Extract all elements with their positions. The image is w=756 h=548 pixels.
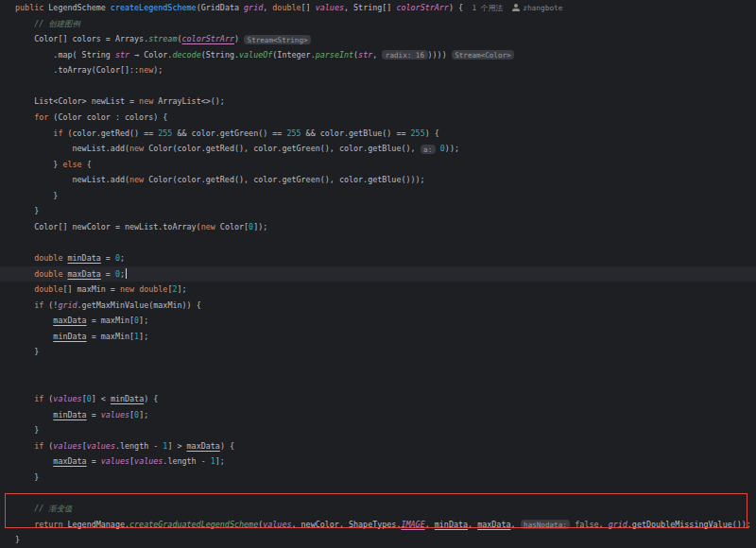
code-token: ) { bbox=[425, 128, 439, 138]
inlay-hint[interactable]: a: bbox=[421, 145, 436, 154]
code-line[interactable]: minData = maxMin[1]; bbox=[0, 329, 756, 345]
code-line[interactable]: Color[] colors = Arrays.stream(colorStrA… bbox=[0, 31, 756, 47]
code-token: Color(color.getRed(), color.getGreen(), … bbox=[144, 175, 425, 184]
code-line[interactable] bbox=[0, 376, 756, 392]
code-token: ]; bbox=[139, 410, 148, 420]
code-token bbox=[15, 394, 34, 403]
code-line[interactable]: // 渐变值 bbox=[0, 501, 756, 517]
code-line[interactable]: minData = values[0]; bbox=[0, 407, 756, 423]
code-line[interactable]: if (values[0] < minData) { bbox=[0, 391, 756, 407]
keyword-token: for bbox=[34, 112, 48, 122]
code-area[interactable]: public LegendScheme createLegendScheme(G… bbox=[0, 0, 756, 548]
code-token: (String. bbox=[201, 50, 239, 60]
code-token: = maxMin[ bbox=[87, 332, 134, 341]
code-line[interactable]: } bbox=[0, 203, 756, 219]
code-line[interactable]: if (values[values.length - 1] > maxData)… bbox=[0, 438, 756, 454]
usages-inlay-hint[interactable]: 1 个用法 bbox=[463, 4, 503, 12]
code-line[interactable]: } else { bbox=[0, 157, 756, 173]
author-inlay-hint[interactable]: zhangbote bbox=[523, 4, 562, 12]
code-token bbox=[15, 410, 53, 420]
code-token: .length - bbox=[163, 456, 210, 466]
code-line[interactable]: maxData = values[values.length - 1]; bbox=[0, 454, 756, 470]
code-token: { bbox=[82, 160, 92, 169]
code-token: Color[] newColor = newList.toArray( bbox=[15, 222, 201, 231]
code-line-current[interactable]: double maxData = 0; bbox=[0, 266, 756, 283]
code-line[interactable]: } bbox=[0, 470, 756, 486]
code-token bbox=[15, 284, 34, 294]
code-token: = bbox=[87, 456, 101, 466]
code-token: , String[] bbox=[344, 3, 396, 12]
parameter-token: str bbox=[358, 50, 372, 60]
code-token: (Integer. bbox=[272, 50, 315, 60]
code-line[interactable]: } bbox=[0, 344, 756, 360]
code-token bbox=[15, 520, 34, 529]
code-token: LegendManage. bbox=[62, 520, 129, 529]
code-line[interactable]: .map( String str → Color.decode(String.v… bbox=[0, 47, 756, 63]
code-token bbox=[15, 269, 34, 279]
code-line[interactable]: return LegendManage.createGraduatedLegen… bbox=[0, 517, 756, 533]
code-line[interactable]: if (!grid.getMaxMinValue(maxMin)) { bbox=[0, 298, 756, 314]
keyword-token: if bbox=[53, 128, 62, 138]
inlay-hint[interactable]: Stream<String> bbox=[244, 35, 311, 44]
code-line[interactable]: // 创建图例 bbox=[0, 16, 756, 32]
inlay-hint[interactable]: hasNodata: bbox=[521, 520, 571, 529]
code-token: ArrayList<>(); bbox=[153, 96, 225, 106]
keyword-token: if bbox=[34, 300, 43, 310]
code-line[interactable]: List<Color> newList = new ArrayList<>(); bbox=[0, 94, 756, 110]
variable-token: minData bbox=[53, 332, 86, 341]
variable-token: maxData bbox=[53, 316, 86, 325]
code-token: (color.getRed() == bbox=[62, 128, 158, 138]
code-token: ; bbox=[120, 269, 125, 279]
comment-token: // 渐变值 bbox=[15, 504, 72, 513]
number-token: 255 bbox=[158, 128, 172, 138]
parameter-token: values bbox=[53, 394, 81, 403]
code-token: } bbox=[15, 472, 39, 482]
code-line[interactable]: } bbox=[0, 188, 756, 204]
keyword-token: double bbox=[34, 284, 62, 294]
keyword-token: new bbox=[120, 284, 134, 294]
code-line[interactable]: for (Color color : colors) { bbox=[0, 110, 756, 126]
code-line[interactable]: } bbox=[0, 532, 756, 548]
parameter-token: grid bbox=[58, 300, 77, 310]
code-line[interactable]: maxData = maxMin[0]; bbox=[0, 313, 756, 329]
keyword-token: double bbox=[139, 284, 167, 294]
parameter-token: str bbox=[115, 50, 129, 60]
code-token: (! bbox=[43, 300, 58, 310]
code-line[interactable]: public LegendScheme createLegendScheme(G… bbox=[0, 0, 756, 16]
inlay-hint[interactable]: radix: 16 bbox=[382, 50, 427, 60]
code-token bbox=[15, 332, 53, 341]
code-line[interactable]: newList.add(new Color(color.getRed(), co… bbox=[0, 172, 756, 188]
static-call-token: parseInt bbox=[316, 50, 353, 60]
code-token: } bbox=[15, 535, 20, 544]
keyword-token: new bbox=[139, 65, 153, 75]
code-line[interactable]: newList.add(new Color(color.getRed(), co… bbox=[0, 141, 756, 157]
static-call-token: valueOf bbox=[239, 50, 272, 60]
code-line[interactable]: } bbox=[0, 422, 756, 438]
code-token: ] > bbox=[167, 441, 186, 451]
code-line[interactable]: double[] maxMin = new double[2]; bbox=[0, 282, 756, 298]
code-token: , bbox=[425, 520, 435, 529]
parameter-token: colorStrArr bbox=[396, 3, 448, 12]
code-line[interactable]: .toArray(Color[]::new); bbox=[0, 62, 756, 78]
code-editor[interactable]: public LegendScheme createLegendScheme(G… bbox=[0, 0, 756, 548]
code-line[interactable]: double minData = 0; bbox=[0, 250, 756, 266]
code-token: ]; bbox=[215, 456, 225, 466]
code-token: [] bbox=[301, 3, 316, 12]
code-token: ) bbox=[234, 34, 244, 43]
code-line[interactable]: if (color.getRed() == 255 && color.getGr… bbox=[0, 126, 756, 142]
parameter-token: values bbox=[53, 441, 81, 451]
code-token: ] < bbox=[92, 394, 111, 403]
code-token: newList.add( bbox=[15, 144, 129, 153]
static-call-token: createGraduatedLegendScheme bbox=[129, 520, 258, 529]
inlay-hint[interactable]: Stream<Color> bbox=[452, 50, 514, 60]
code-line[interactable] bbox=[0, 485, 756, 501]
code-line[interactable] bbox=[0, 234, 756, 250]
code-line[interactable] bbox=[0, 78, 756, 94]
code-token: .toArray(Color[]:: bbox=[15, 65, 139, 75]
code-token: , bbox=[372, 50, 382, 60]
code-line[interactable]: Color[] newColor = newList.toArray(new C… bbox=[0, 219, 756, 235]
variable-token: minData bbox=[435, 520, 468, 529]
code-line[interactable] bbox=[0, 360, 756, 376]
code-token: ]; bbox=[178, 284, 187, 294]
code-token bbox=[15, 112, 34, 122]
